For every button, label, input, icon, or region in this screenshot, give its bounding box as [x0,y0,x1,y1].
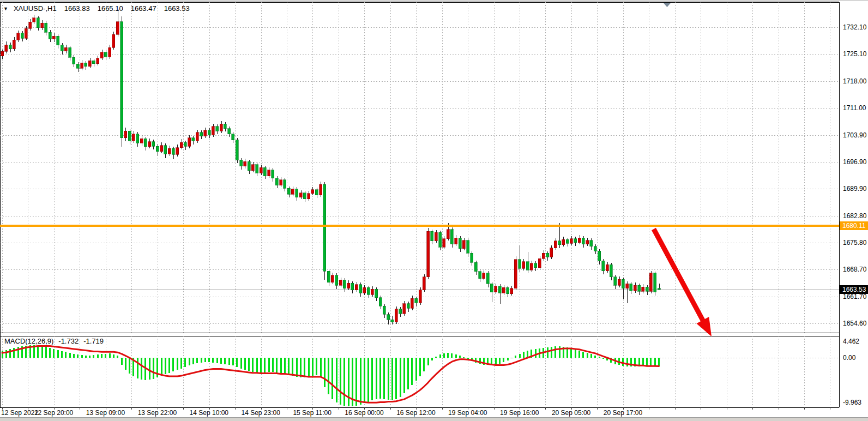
macd-header: MACD(12,26,9) -1.732 -1.719 [4,337,104,345]
symbol-timeframe-label: XAUUSD-,H1 [14,4,57,13]
price-axis-label: 1654.60 [843,320,866,327]
time-axis-label: 16 Sep 12:00 [396,409,435,417]
window-top-edge [0,0,868,1]
price-axis-label: 1711.00 [843,104,866,112]
price-axis-label: 1725.10 [843,50,866,58]
price-axis-label: 1703.90 [843,131,866,139]
time-axis-label: 13 Sep 22:00 [138,409,177,417]
time-axis-label: 12 Sep 2022 [1,409,38,417]
macd-main-value: -1.732 [58,337,79,345]
time-axis-label: 20 Sep 05:00 [552,409,590,417]
time-axis-label: 16 Sep 00:00 [345,409,383,417]
open-value: 1663.83 [64,4,90,13]
price-axis-label: 1732.10 [843,23,866,31]
low-value: 1663.47 [131,4,156,13]
time-axis-label: 12 Sep 20:00 [34,409,73,417]
macd-signal-value: -1.719 [83,337,104,345]
time-axis-label: 14 Sep 10:00 [190,409,228,417]
price-axis-label: 1718.00 [843,77,866,85]
time-axis-label: 19 Sep 16:00 [500,409,539,417]
price-axis-label: 1675.80 [843,239,866,246]
bottom-strip [0,417,868,421]
time-axis-label: 15 Sep 11:00 [293,409,331,417]
high-value: 1665.10 [98,4,123,13]
time-axis-label: 19 Sep 04:00 [448,409,487,417]
macd-axis-zero: 0.00 [843,354,855,362]
price-axis-label: 1682.80 [843,212,866,220]
macd-axis-max: 4.462 [843,338,859,345]
macd-label: MACD(12,26,9) [4,337,53,345]
horizontal-line-annotation[interactable] [0,225,839,227]
price-axis-label: 1668.70 [843,266,866,273]
price-axis[interactable] [839,2,868,407]
close-value: 1663.53 [164,4,190,13]
horizontal-line-price-tag: 1680.11 [840,221,868,230]
time-axis-label: 14 Sep 23:00 [242,409,280,417]
price-axis-label: 1689.90 [843,185,866,193]
time-axis-label: 13 Sep 09:00 [86,409,125,417]
macd-axis-min: -9.963 [843,399,861,406]
ohlc-header: ▼ XAUUSD-,H1 1663.83 1665.10 1663.47 166… [3,4,190,13]
current-price-tag: 1663.53 [840,285,868,294]
chevron-down-icon[interactable]: ▼ [3,6,8,11]
trading-chart-window: ▼ XAUUSD-,H1 1663.83 1665.10 1663.47 166… [0,0,868,421]
time-axis-label: 20 Sep 17:00 [604,409,642,417]
chart-canvas[interactable] [0,0,868,421]
price-axis-label: 1696.90 [843,158,866,166]
